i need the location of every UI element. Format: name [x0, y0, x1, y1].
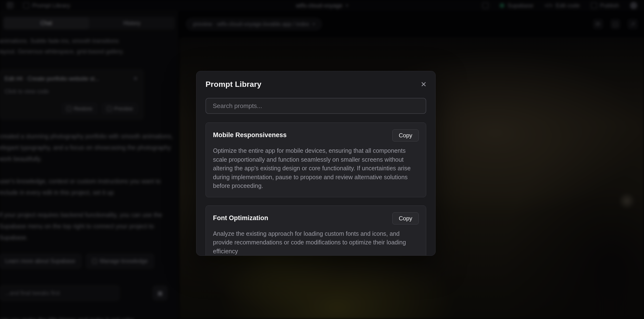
prompt-body: Optimize the entire app for mobile devic… — [213, 146, 419, 190]
screen: Prompt Library wtfs-cloud-voyage ▾ Supab… — [0, 0, 644, 319]
prompt-title: Mobile Responsiveness — [213, 130, 286, 139]
modal-title: Prompt Library — [206, 80, 426, 89]
prompt-library-modal: Prompt Library ✕ Mobile Responsiveness C… — [196, 71, 436, 256]
prompt-card: Mobile Responsiveness Copy Optimize the … — [206, 122, 426, 197]
copy-button[interactable]: Copy — [392, 130, 419, 142]
prompt-title: Font Optimization — [213, 212, 268, 222]
close-icon[interactable]: ✕ — [421, 81, 427, 88]
prompt-body: Analyze the existing approach for loadin… — [213, 229, 419, 256]
search-input[interactable] — [206, 98, 426, 114]
prompt-card: Font Optimization Copy Analyze the exist… — [206, 206, 426, 256]
copy-button[interactable]: Copy — [392, 212, 419, 224]
